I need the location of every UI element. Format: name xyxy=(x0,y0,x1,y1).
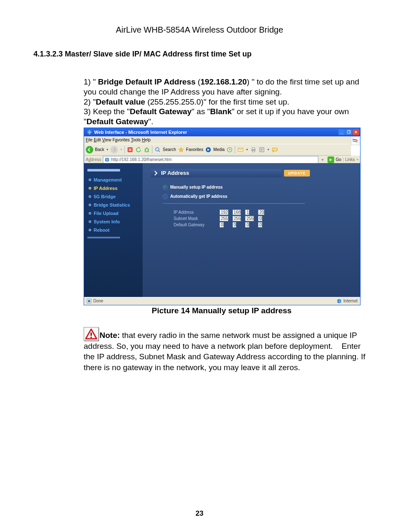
refresh-icon[interactable] xyxy=(135,146,142,153)
media-label: Media xyxy=(213,147,225,152)
sidebar-item-label: System Info xyxy=(94,219,120,224)
window-minimize-button[interactable]: _ xyxy=(338,129,345,135)
sidebar-item-management[interactable]: Management xyxy=(84,176,143,184)
media-icon[interactable] xyxy=(205,146,212,153)
note-text: that every radio in the same network mus… xyxy=(84,331,366,372)
go-button[interactable] xyxy=(327,156,334,163)
sidebar-item-file-upload[interactable]: File Upload xyxy=(84,209,143,217)
menu-favorites[interactable]: Favorites xyxy=(113,138,130,142)
sidebar: Management IP Address 5G Bridge Bridge S… xyxy=(84,163,143,297)
ip-octet-4[interactable]: 20 xyxy=(258,210,264,215)
sidebar-item-system-info[interactable]: System Info xyxy=(84,217,143,226)
edit-icon[interactable] xyxy=(258,146,265,153)
sidebar-item-label: Bridge Statistics xyxy=(94,202,130,207)
favorites-label: Favorites xyxy=(186,147,203,152)
menu-view[interactable]: View xyxy=(102,138,111,142)
radio-manual[interactable]: Manually setup IP address xyxy=(163,185,360,190)
mask-octet-4[interactable]: 0 xyxy=(258,216,262,221)
ip-octet-2[interactable]: 168 xyxy=(233,210,241,215)
address-input[interactable]: http://192.168.1.20/frameset.htm xyxy=(103,156,318,164)
print-icon[interactable] xyxy=(250,146,257,153)
ip-table: IP Address 192 168 1 20 Subnet Mask 255 … xyxy=(173,209,269,228)
svg-rect-31 xyxy=(91,337,92,338)
status-zone: Internet xyxy=(343,299,358,303)
forward-button[interactable] xyxy=(110,146,118,153)
links-expand-icon[interactable]: » xyxy=(357,158,358,161)
bullet-icon xyxy=(88,203,92,207)
svg-point-22 xyxy=(90,213,90,214)
sidebar-item-5g-bridge[interactable]: 5G Bridge xyxy=(84,192,143,201)
bullet-icon xyxy=(88,195,92,198)
bold-span: 192.168.1.20 xyxy=(200,77,247,86)
warning-icon xyxy=(84,327,99,341)
home-icon[interactable] xyxy=(143,146,150,153)
back-dropdown[interactable]: ▼ xyxy=(106,148,109,151)
bold-span: Default Gateway xyxy=(87,117,148,126)
sidebar-top-bar xyxy=(87,169,120,171)
favorites-icon[interactable] xyxy=(178,146,184,153)
body-text-span: ". xyxy=(148,117,153,126)
svg-rect-10 xyxy=(272,148,277,151)
radio-label: Manually setup IP address xyxy=(170,185,223,189)
svg-rect-8 xyxy=(252,151,255,152)
mask-octet-1[interactable]: 255 xyxy=(220,216,228,221)
mask-octet-2[interactable]: 255 xyxy=(233,216,241,221)
gw-octet-4[interactable]: 0 xyxy=(258,222,262,228)
menu-help[interactable]: Help xyxy=(142,138,151,142)
menu-tools[interactable]: Tools xyxy=(131,138,141,142)
body-text-span: (255.255.255.0)" for the first time set … xyxy=(145,97,289,106)
bullet-icon xyxy=(88,228,92,232)
gw-octet-1[interactable]: 0 xyxy=(220,222,224,228)
subnet-mask-label: Subnet Mask xyxy=(174,216,219,221)
window-maximize-button[interactable]: ❐ xyxy=(345,129,352,135)
update-button[interactable]: UPDATE xyxy=(284,170,310,176)
search-icon[interactable] xyxy=(154,146,161,153)
svg-rect-7 xyxy=(252,148,255,149)
svg-point-28 xyxy=(88,300,90,302)
bold-span: Default value xyxy=(96,97,145,106)
edit-dropdown[interactable]: ▼ xyxy=(267,148,270,151)
discuss-icon[interactable] xyxy=(271,146,278,153)
menu-file[interactable]: File xyxy=(86,138,92,142)
svg-point-26 xyxy=(90,230,90,230)
ip-octet-1[interactable]: 192 xyxy=(220,210,228,215)
note-label: Note: xyxy=(100,331,120,340)
svg-point-20 xyxy=(90,205,90,205)
svg-rect-30 xyxy=(91,332,92,336)
address-dropdown[interactable]: ▾ xyxy=(320,158,326,162)
body-text: 1) " Bridge Default IP Address (192.168.… xyxy=(84,77,366,127)
stop-icon[interactable] xyxy=(127,146,133,153)
search-label: Search xyxy=(163,147,176,152)
svg-point-18 xyxy=(90,196,90,197)
window-close-button[interactable]: ✕ xyxy=(353,129,359,135)
mail-dropdown[interactable]: ▼ xyxy=(246,148,248,151)
back-button[interactable] xyxy=(86,146,93,153)
radio-label: Automatically get IP address xyxy=(170,194,228,199)
gw-octet-2[interactable]: 0 xyxy=(233,222,237,228)
back-label: Back xyxy=(95,147,104,152)
sidebar-item-ip-address[interactable]: IP Address xyxy=(84,184,143,192)
mask-octet-3[interactable]: 255 xyxy=(245,216,254,221)
address-text: http://192.168.1.20/frameset.htm xyxy=(111,157,172,162)
gw-octet-3[interactable]: 0 xyxy=(245,222,249,228)
forward-dropdown[interactable]: ▼ xyxy=(120,148,123,151)
menu-edit[interactable]: Edit xyxy=(94,138,101,142)
svg-point-14 xyxy=(90,179,90,180)
radio-auto[interactable]: Automatically get IP address xyxy=(163,194,360,199)
ip-octet-3[interactable]: 1 xyxy=(245,210,249,215)
history-icon[interactable] xyxy=(226,146,233,153)
figure-caption: Picture 14 Manually setup IP address xyxy=(84,306,360,315)
page-number: 23 xyxy=(0,509,399,518)
sidebar-item-reboot[interactable]: Reboot xyxy=(84,226,143,234)
sidebar-item-label: Management xyxy=(94,177,122,182)
note-block: Note: that every radio in the same netwo… xyxy=(84,327,366,373)
menubar: File Edit View Favorites Tools Help xyxy=(84,136,351,144)
bullet-icon xyxy=(88,187,92,190)
ie-throbber-icon xyxy=(351,137,359,145)
mail-icon[interactable] xyxy=(237,146,244,153)
done-icon xyxy=(87,299,92,304)
screenshot-window: Web Interface - Microsoft Internet Explo… xyxy=(84,128,361,305)
links-label[interactable]: Links xyxy=(343,157,355,162)
ie-icon xyxy=(87,129,92,135)
sidebar-item-bridge-statistics[interactable]: Bridge Statistics xyxy=(84,201,143,209)
